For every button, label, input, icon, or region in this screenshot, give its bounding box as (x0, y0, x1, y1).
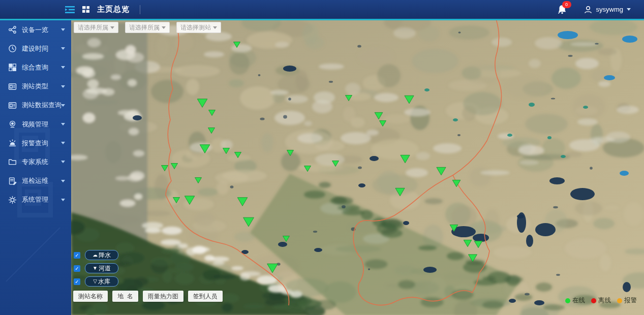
legend-dot-alarm (617, 298, 622, 303)
notification-bell-icon[interactable]: 0 (556, 4, 568, 16)
notification-badge: 0 (562, 1, 571, 8)
chevron-down-icon (61, 142, 65, 144)
legend-item-offline: 离线 (591, 296, 611, 305)
legend-label: 报警 (624, 296, 637, 305)
divider (140, 5, 140, 14)
layer-pill-reservoir[interactable]: ▽水库 (85, 276, 118, 287)
map-button-rain-heatmap[interactable]: 雨量热力图 (143, 291, 183, 302)
dropdown-placeholder: 请选择所属 (78, 23, 108, 32)
user-icon (584, 5, 593, 14)
user-menu[interactable]: sysywmg (584, 5, 631, 14)
sidebar-item-system-management[interactable]: 系统管理 (0, 191, 71, 209)
triangle-outline-icon: ▽ (93, 279, 97, 284)
dropdown-placeholder: 请选择所属 (129, 23, 160, 32)
chevron-down-icon (61, 104, 65, 107)
legend-label: 离线 (598, 296, 611, 305)
sidebar-item-label: 测站数据查询 (22, 101, 61, 110)
card-icon (8, 82, 17, 91)
card-icon (8, 101, 17, 110)
map-canvas[interactable]: 请选择所属请选择所属请选择测站 ✓☁降水✓▼河道✓▽水库 测站名称地 名雨量热力… (71, 20, 644, 315)
sidebar-item-label: 综合查询 (22, 63, 48, 72)
sidebar: 设备一览建设时间综合查询测站类型测站数据查询视频管理报警查询专家系统巡检运维系统… (0, 20, 71, 315)
map-button-checkin-personnel[interactable]: 签到人员 (188, 291, 223, 302)
layer-checkbox-precipitation[interactable]: ✓ (74, 252, 80, 259)
layer-label: 水库 (98, 277, 110, 286)
layer-row-precipitation: ✓☁降水 (74, 250, 118, 260)
dashboard-icon (82, 6, 90, 13)
layer-toggle-panel: ✓☁降水✓▼河道✓▽水库 (74, 250, 118, 290)
sidebar-item-expert-system[interactable]: 专家系统 (0, 152, 71, 171)
sidebar-item-label: 测站类型 (22, 82, 48, 91)
chevron-down-icon (61, 161, 65, 163)
legend-item-alarm: 报警 (617, 296, 637, 305)
hamburger-icon[interactable] (65, 6, 75, 14)
layer-checkbox-reservoir[interactable]: ✓ (74, 278, 80, 285)
map-button-station-name[interactable]: 测站名称 (73, 291, 108, 302)
legend-item-online: 在线 (565, 296, 585, 305)
dropdown-org-filter-1[interactable]: 请选择所属 (74, 22, 118, 33)
watermark (6, 227, 60, 281)
gear-icon (8, 196, 17, 204)
dropdown-placeholder: 请选择测站 (180, 23, 211, 32)
sidebar-item-label: 建设时间 (22, 44, 48, 53)
map-filter-bar: 请选择所属请选择所属请选择测站 (74, 22, 221, 33)
sidebar-item-video-management[interactable]: 视频管理 (0, 115, 71, 134)
sidebar-item-station-type[interactable]: 测站类型 (0, 77, 71, 96)
triangle-down-icon: ▼ (93, 266, 98, 271)
chevron-down-icon (61, 66, 65, 69)
share-icon (8, 25, 17, 34)
satellite-map[interactable] (71, 20, 644, 315)
sidebar-item-inspection-ops[interactable]: 巡检运维 (0, 172, 71, 191)
grid-icon (8, 63, 17, 72)
sidebar-item-label: 专家系统 (22, 158, 48, 167)
document-icon (8, 177, 17, 185)
sidebar-item-label: 系统管理 (22, 195, 48, 204)
chevron-down-icon (61, 85, 65, 88)
chevron-down-icon (162, 26, 166, 29)
sidebar-item-label: 视频管理 (22, 120, 48, 129)
layer-row-reservoir: ✓▽水库 (74, 277, 118, 286)
alarm-icon (8, 139, 17, 147)
layer-checkbox-river[interactable]: ✓ (74, 265, 80, 272)
status-legend: 在线离线报警 (565, 296, 637, 305)
sidebar-item-label: 巡检运维 (22, 176, 48, 185)
sidebar-item-label: 报警查询 (22, 139, 48, 148)
folder-icon (8, 158, 17, 166)
legend-label: 在线 (572, 296, 585, 305)
top-header: 主页总览 0 sysywmg (0, 0, 644, 20)
legend-dot-online (565, 298, 570, 303)
chevron-down-icon (213, 26, 217, 29)
layer-label: 河道 (99, 264, 111, 273)
layer-pill-precipitation[interactable]: ☁降水 (85, 250, 118, 260)
sidebar-item-device-overview[interactable]: 设备一览 (0, 20, 71, 39)
chevron-down-icon (627, 8, 631, 11)
chevron-down-icon (61, 180, 65, 182)
chevron-down-icon (61, 47, 65, 50)
dropdown-station-filter[interactable]: 请选择测站 (176, 22, 221, 33)
layer-pill-river[interactable]: ▼河道 (85, 263, 118, 273)
cloud-icon: ☁ (93, 253, 98, 258)
layer-row-river: ✓▼河道 (74, 264, 118, 273)
sidebar-item-comprehensive-query[interactable]: 综合查询 (0, 58, 71, 77)
sidebar-item-label: 设备一览 (22, 25, 48, 35)
chevron-down-icon (61, 28, 65, 31)
chevron-down-icon (61, 123, 65, 125)
map-button-bar: 测站名称地 名雨量热力图签到人员 (73, 291, 223, 302)
page-title: 主页总览 (97, 5, 130, 14)
webcam-icon (8, 120, 17, 129)
chevron-down-icon (110, 26, 114, 29)
chevron-down-icon (61, 199, 65, 201)
sidebar-item-station-data-query[interactable]: 测站数据查询 (0, 96, 71, 115)
dropdown-org-filter-2[interactable]: 请选择所属 (125, 22, 170, 33)
map-button-place-name[interactable]: 地 名 (112, 291, 138, 302)
username: sysywmg (596, 6, 623, 13)
legend-dot-offline (591, 298, 596, 303)
clock-icon (8, 44, 17, 53)
sidebar-item-alarm-query[interactable]: 报警查询 (0, 134, 71, 152)
sidebar-item-construction-time[interactable]: 建设时间 (0, 39, 71, 58)
layer-label: 降水 (99, 251, 111, 260)
